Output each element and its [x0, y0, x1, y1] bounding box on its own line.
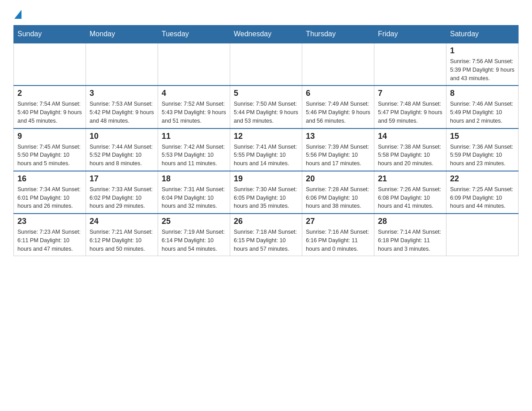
day-number: 20: [306, 174, 370, 184]
day-cell: 28Sunrise: 7:14 AM Sunset: 6:18 PM Dayli…: [374, 214, 446, 256]
header-thursday: Thursday: [302, 26, 374, 43]
day-cell: 18Sunrise: 7:31 AM Sunset: 6:04 PM Dayli…: [158, 171, 230, 214]
day-info: Sunrise: 7:30 AM Sunset: 6:05 PM Dayligh…: [234, 185, 298, 210]
svg-marker-0: [14, 10, 21, 19]
day-cell: 22Sunrise: 7:25 AM Sunset: 6:09 PM Dayli…: [446, 171, 519, 214]
header-monday: Monday: [86, 26, 158, 43]
day-cell: [158, 43, 230, 86]
day-number: 23: [17, 217, 82, 226]
day-number: 4: [162, 89, 226, 98]
day-cell: [230, 43, 302, 86]
day-cell: 26Sunrise: 7:18 AM Sunset: 6:15 PM Dayli…: [230, 214, 302, 256]
day-cell: 9Sunrise: 7:45 AM Sunset: 5:50 PM Daylig…: [14, 128, 86, 171]
week-row-5: 23Sunrise: 7:23 AM Sunset: 6:11 PM Dayli…: [14, 214, 519, 256]
day-cell: 5Sunrise: 7:50 AM Sunset: 5:44 PM Daylig…: [230, 86, 302, 128]
day-info: Sunrise: 7:16 AM Sunset: 6:16 PM Dayligh…: [306, 228, 370, 253]
day-number: 26: [234, 217, 298, 226]
day-cell: 2Sunrise: 7:54 AM Sunset: 5:40 PM Daylig…: [14, 86, 86, 128]
day-cell: 25Sunrise: 7:19 AM Sunset: 6:14 PM Dayli…: [158, 214, 230, 256]
day-number: 11: [162, 132, 226, 141]
day-info: Sunrise: 7:33 AM Sunset: 6:02 PM Dayligh…: [90, 185, 154, 210]
day-number: 28: [378, 217, 442, 226]
day-cell: [446, 214, 519, 256]
day-info: Sunrise: 7:52 AM Sunset: 5:43 PM Dayligh…: [162, 100, 226, 125]
day-info: Sunrise: 7:44 AM Sunset: 5:52 PM Dayligh…: [90, 143, 154, 168]
day-cell: 24Sunrise: 7:21 AM Sunset: 6:12 PM Dayli…: [86, 214, 158, 256]
day-cell: 23Sunrise: 7:23 AM Sunset: 6:11 PM Dayli…: [14, 214, 86, 256]
day-info: Sunrise: 7:23 AM Sunset: 6:11 PM Dayligh…: [17, 228, 82, 253]
day-number: 9: [17, 132, 82, 141]
day-cell: [14, 43, 86, 86]
header-friday: Friday: [374, 26, 446, 43]
day-cell: 11Sunrise: 7:42 AM Sunset: 5:53 PM Dayli…: [158, 128, 230, 171]
header-tuesday: Tuesday: [158, 26, 230, 43]
day-number: 17: [90, 174, 154, 184]
day-cell: 12Sunrise: 7:41 AM Sunset: 5:55 PM Dayli…: [230, 128, 302, 171]
logo: [13, 9, 21, 21]
day-info: Sunrise: 7:36 AM Sunset: 5:59 PM Dayligh…: [450, 143, 515, 168]
day-cell: [86, 43, 158, 86]
day-cell: 13Sunrise: 7:39 AM Sunset: 5:56 PM Dayli…: [302, 128, 374, 171]
day-cell: 1Sunrise: 7:56 AM Sunset: 5:39 PM Daylig…: [446, 43, 519, 86]
day-info: Sunrise: 7:53 AM Sunset: 5:42 PM Dayligh…: [90, 100, 154, 125]
day-info: Sunrise: 7:56 AM Sunset: 5:39 PM Dayligh…: [450, 57, 515, 82]
day-info: Sunrise: 7:42 AM Sunset: 5:53 PM Dayligh…: [162, 143, 226, 168]
day-info: Sunrise: 7:48 AM Sunset: 5:47 PM Dayligh…: [378, 100, 442, 125]
day-info: Sunrise: 7:39 AM Sunset: 5:56 PM Dayligh…: [306, 143, 370, 168]
header-sunday: Sunday: [14, 26, 86, 43]
day-cell: 15Sunrise: 7:36 AM Sunset: 5:59 PM Dayli…: [446, 128, 519, 171]
day-number: 22: [450, 174, 515, 184]
day-info: Sunrise: 7:19 AM Sunset: 6:14 PM Dayligh…: [162, 228, 226, 253]
day-cell: 27Sunrise: 7:16 AM Sunset: 6:16 PM Dayli…: [302, 214, 374, 256]
day-cell: 7Sunrise: 7:48 AM Sunset: 5:47 PM Daylig…: [374, 86, 446, 128]
day-number: 8: [450, 89, 515, 98]
day-number: 5: [234, 89, 298, 98]
day-cell: 17Sunrise: 7:33 AM Sunset: 6:02 PM Dayli…: [86, 171, 158, 214]
day-cell: 3Sunrise: 7:53 AM Sunset: 5:42 PM Daylig…: [86, 86, 158, 128]
header-wednesday: Wednesday: [230, 26, 302, 43]
day-info: Sunrise: 7:54 AM Sunset: 5:40 PM Dayligh…: [17, 100, 82, 125]
header-saturday: Saturday: [446, 26, 519, 43]
day-number: 6: [306, 89, 370, 98]
day-number: 13: [306, 132, 370, 141]
day-number: 15: [450, 132, 515, 141]
day-cell: [302, 43, 374, 86]
day-info: Sunrise: 7:49 AM Sunset: 5:46 PM Dayligh…: [306, 100, 370, 125]
day-info: Sunrise: 7:25 AM Sunset: 6:09 PM Dayligh…: [450, 185, 515, 210]
day-cell: 10Sunrise: 7:44 AM Sunset: 5:52 PM Dayli…: [86, 128, 158, 171]
day-info: Sunrise: 7:18 AM Sunset: 6:15 PM Dayligh…: [234, 228, 298, 253]
day-info: Sunrise: 7:14 AM Sunset: 6:18 PM Dayligh…: [378, 228, 442, 253]
day-info: Sunrise: 7:45 AM Sunset: 5:50 PM Dayligh…: [17, 143, 82, 168]
week-row-3: 9Sunrise: 7:45 AM Sunset: 5:50 PM Daylig…: [14, 128, 519, 171]
day-number: 19: [234, 174, 298, 184]
day-number: 10: [90, 132, 154, 141]
day-number: 18: [162, 174, 226, 184]
day-info: Sunrise: 7:50 AM Sunset: 5:44 PM Dayligh…: [234, 100, 298, 125]
day-info: Sunrise: 7:38 AM Sunset: 5:58 PM Dayligh…: [378, 143, 442, 168]
day-number: 3: [90, 89, 154, 98]
day-info: Sunrise: 7:31 AM Sunset: 6:04 PM Dayligh…: [162, 185, 226, 210]
day-number: 1: [450, 46, 515, 56]
day-cell: 20Sunrise: 7:28 AM Sunset: 6:06 PM Dayli…: [302, 171, 374, 214]
page-header: [13, 9, 519, 21]
day-info: Sunrise: 7:21 AM Sunset: 6:12 PM Dayligh…: [90, 228, 154, 253]
day-number: 14: [378, 132, 442, 141]
day-number: 25: [162, 217, 226, 226]
day-number: 21: [378, 174, 442, 184]
day-number: 27: [306, 217, 370, 226]
weekday-header-row: SundayMondayTuesdayWednesdayThursdayFrid…: [14, 26, 519, 43]
day-info: Sunrise: 7:26 AM Sunset: 6:08 PM Dayligh…: [378, 185, 442, 210]
day-cell: 14Sunrise: 7:38 AM Sunset: 5:58 PM Dayli…: [374, 128, 446, 171]
day-cell: [374, 43, 446, 86]
day-number: 24: [90, 217, 154, 226]
day-cell: 6Sunrise: 7:49 AM Sunset: 5:46 PM Daylig…: [302, 86, 374, 128]
day-number: 12: [234, 132, 298, 141]
day-info: Sunrise: 7:41 AM Sunset: 5:55 PM Dayligh…: [234, 143, 298, 168]
day-number: 7: [378, 89, 442, 98]
week-row-4: 16Sunrise: 7:34 AM Sunset: 6:01 PM Dayli…: [14, 171, 519, 214]
day-cell: 4Sunrise: 7:52 AM Sunset: 5:43 PM Daylig…: [158, 86, 230, 128]
day-cell: 19Sunrise: 7:30 AM Sunset: 6:05 PM Dayli…: [230, 171, 302, 214]
day-info: Sunrise: 7:34 AM Sunset: 6:01 PM Dayligh…: [17, 185, 82, 210]
day-cell: 8Sunrise: 7:46 AM Sunset: 5:49 PM Daylig…: [446, 86, 519, 128]
day-info: Sunrise: 7:46 AM Sunset: 5:49 PM Dayligh…: [450, 100, 515, 125]
